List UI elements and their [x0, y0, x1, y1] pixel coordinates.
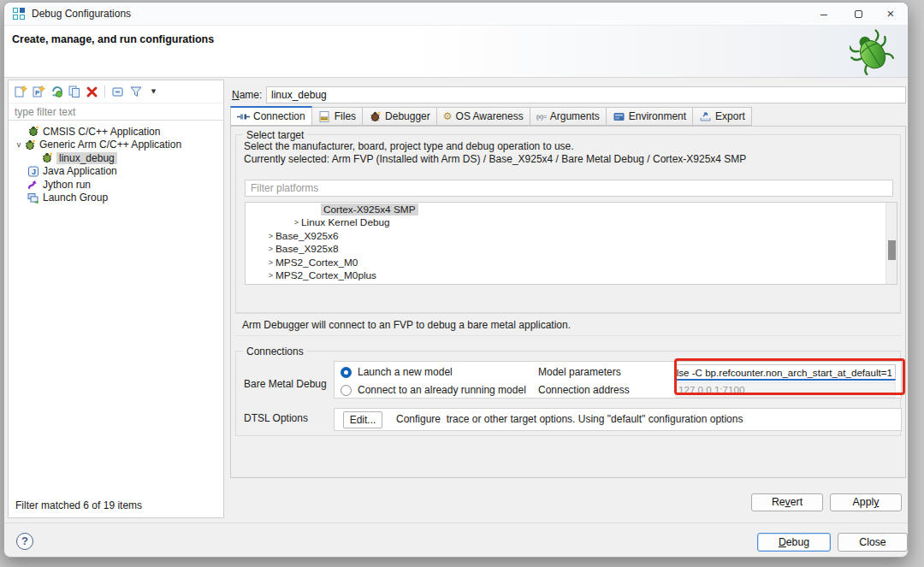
new-launch-configuration-icon[interactable] — [13, 85, 27, 99]
sidebar-toolbar: P ▼ — [13, 83, 161, 100]
java-icon: J — [27, 166, 39, 177]
platform-item[interactable]: >MPS2_Cortex_M0plus — [246, 269, 897, 283]
footer-separator — [4, 523, 908, 523]
view-menu-caret-icon[interactable]: ▼ — [146, 85, 161, 99]
debug-button[interactable]: Debug — [757, 533, 831, 552]
chevron-down-icon[interactable]: v — [14, 140, 24, 149]
launch-new-model-row: Launch a new model — [335, 363, 453, 381]
bare-metal-debug-label: Bare Metal Debug — [244, 378, 327, 390]
green-bug-logo — [850, 29, 894, 75]
sidebar-filter-input[interactable] — [9, 103, 223, 121]
launch-configurations-icon — [13, 8, 25, 20]
tab-arguments[interactable]: (x)= Arguments — [530, 107, 607, 126]
connection-icon — [237, 111, 250, 122]
platform-label: MPS2_Cortex_M0plus — [275, 269, 376, 281]
select-target-description-2: Currently selected: Arm FVP (Installed w… — [244, 153, 746, 165]
connection-address-field: 127.0.0.1:7100 — [675, 382, 896, 398]
scrollbar-thumb[interactable] — [888, 240, 896, 260]
filter-match-status: Filter matched 6 of 19 items — [15, 499, 142, 511]
platform-item[interactable]: >Base_X925x6 — [246, 229, 897, 243]
tree-item-launch-group[interactable]: Launch Group — [9, 192, 223, 205]
tree-item-generic-arm[interactable]: v Generic Arm C/C++ Application — [9, 139, 223, 152]
chevron-right-icon[interactable]: > — [292, 218, 301, 227]
platform-label: Cortex-X925x4 SMP — [321, 204, 418, 216]
tab-export[interactable]: Export — [693, 107, 752, 126]
tab-label: Debugger — [385, 110, 430, 122]
configurations-sidebar: P ▼ CMSIS C/C++ Application v — [8, 80, 224, 518]
model-parameters-label: Model parameters — [538, 366, 621, 378]
tab-label: Arguments — [550, 110, 600, 122]
minimize-icon[interactable]: – — [808, 3, 839, 26]
title-bar: Debug Configurations – × — [4, 3, 908, 26]
model-parameters-value: mory=false -C bp.refcounter.non_arch_sta… — [675, 367, 892, 378]
platform-label: MPS2_Cortex_M0 — [275, 257, 358, 269]
apply-button[interactable]: Apply — [830, 493, 902, 511]
platform-item[interactable]: >Linux Kernel Debug — [246, 216, 897, 230]
tree-item-cmsis[interactable]: CMSIS C/C++ Application — [9, 125, 223, 139]
svg-text:P: P — [35, 89, 40, 97]
connection-tab-content: Select target Select the manufacturer, b… — [230, 126, 906, 478]
radio-launch-new-model[interactable] — [341, 367, 352, 378]
platform-tree-scrollbar[interactable] — [886, 203, 897, 284]
arguments-icon: (x)= — [536, 113, 547, 121]
launch-group-icon — [27, 192, 39, 204]
platform-item-selected[interactable]: Cortex-X925x4 SMP — [246, 203, 897, 216]
platform-filter-input[interactable] — [245, 180, 893, 197]
export-launch-configuration-icon[interactable] — [49, 85, 63, 99]
connect-running-model-row: Connect to an already running model — [335, 381, 526, 399]
debugger-status-text: Arm Debugger will connect to an FVP to d… — [242, 319, 571, 331]
connection-address-label: Connection address — [538, 384, 630, 396]
close-button[interactable]: Close — [838, 533, 908, 552]
model-parameters-field[interactable]: mory=false -C bp.refcounter.non_arch_sta… — [675, 364, 896, 381]
platform-item[interactable]: >Base_X925x8 — [246, 243, 897, 257]
duplicate-icon[interactable] — [67, 85, 81, 99]
tab-label: Files — [335, 110, 356, 122]
radio-label[interactable]: Connect to an already running model — [358, 384, 526, 396]
tree-item-linux-debug[interactable]: linux_debug — [9, 151, 223, 165]
select-target-group-label: Select target — [243, 129, 307, 141]
tab-os-awareness[interactable]: ⚙ OS Awareness — [437, 107, 530, 126]
tree-item-java-application[interactable]: J Java Application — [9, 165, 223, 179]
debug-configurations-dialog: Debug Configurations – × Create, manage,… — [3, 2, 909, 558]
dtsl-description: Configure trace or other target options.… — [396, 413, 743, 425]
radio-label[interactable]: Launch a new model — [358, 366, 453, 378]
configuration-tabs: Connection 010 Files Debugger ⚙ OS Aware… — [230, 106, 752, 126]
help-icon[interactable]: ? — [16, 533, 33, 550]
dtsl-options-label: DTSL Options — [244, 412, 308, 424]
tab-label: Environment — [629, 110, 686, 122]
new-prototype-icon[interactable]: P — [31, 85, 45, 99]
chevron-right-icon[interactable]: > — [266, 232, 275, 240]
toolbar-separator — [104, 86, 105, 97]
tree-item-jython-run[interactable]: Jython run — [9, 178, 223, 192]
name-input[interactable] — [266, 86, 906, 103]
gear-icon: ⚙ — [443, 111, 453, 121]
bug-icon — [27, 126, 39, 137]
delete-icon[interactable] — [85, 85, 99, 99]
connections-group-label: Connections — [243, 346, 307, 357]
chevron-right-icon[interactable]: > — [266, 258, 275, 267]
tab-debugger[interactable]: Debugger — [363, 107, 437, 126]
tab-connection[interactable]: Connection — [230, 106, 312, 126]
collapse-all-icon[interactable] — [110, 85, 125, 99]
close-icon[interactable]: × — [875, 3, 906, 26]
platform-label: Linux Kernel Debug — [301, 216, 390, 228]
radio-connect-running-model[interactable] — [341, 385, 352, 396]
chevron-right-icon[interactable]: > — [266, 245, 275, 253]
tree-item-label: Java Application — [43, 165, 117, 177]
tree-item-label: Launch Group — [43, 192, 108, 204]
export-icon — [699, 111, 712, 122]
maximize-icon[interactable] — [843, 3, 874, 26]
environment-icon — [613, 111, 625, 122]
bug-icon — [24, 139, 36, 151]
tab-files[interactable]: 010 Files — [312, 107, 363, 126]
jython-icon — [27, 179, 39, 190]
revert-button[interactable]: Revert — [751, 493, 823, 511]
dtsl-options-cell: Edit... Configure trace or other target … — [334, 408, 902, 431]
filter-icon[interactable] — [128, 85, 143, 99]
edit-button[interactable]: Edit... — [343, 411, 382, 428]
platform-item[interactable]: >MPS2_Cortex_M0 — [246, 256, 897, 269]
bug-icon — [41, 152, 53, 163]
chevron-right-icon[interactable]: > — [266, 271, 275, 280]
select-target-description-1: Select the manufacturer, board, project … — [244, 140, 574, 152]
tab-environment[interactable]: Environment — [607, 107, 693, 126]
